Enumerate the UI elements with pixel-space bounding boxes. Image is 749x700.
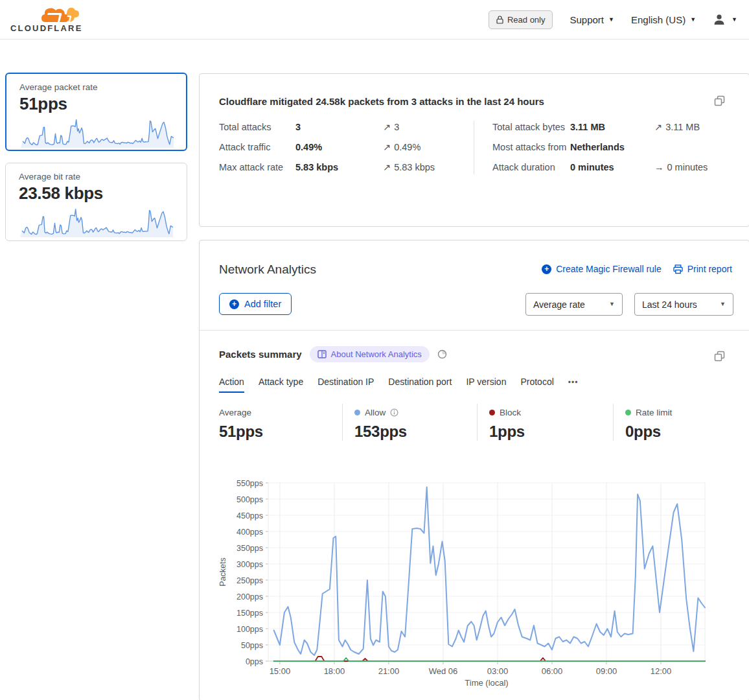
tab-ip-version[interactable]: IP version (466, 377, 506, 393)
caret-down-icon: ▼ (720, 301, 726, 307)
about-badge-label: About Network Analytics (331, 349, 422, 359)
language-label: English (US) (631, 14, 686, 25)
svg-text:06:00: 06:00 (542, 666, 563, 676)
svg-text:15:00: 15:00 (270, 666, 291, 676)
tab-action[interactable]: Action (219, 377, 244, 393)
svg-text:500pps: 500pps (236, 495, 263, 504)
summary-title: Cloudflare mitigated 24.58k packets from… (219, 96, 544, 107)
read-only-label: Read only (507, 15, 546, 25)
lock-icon (496, 16, 503, 24)
block-dot-icon (489, 410, 495, 415)
cloudflare-cloud-icon (40, 6, 80, 23)
svg-text:Wed 06: Wed 06 (429, 666, 458, 676)
more-tabs-button[interactable]: ••• (568, 377, 579, 393)
support-label: Support (570, 14, 604, 25)
metric-label: Average bit rate (19, 172, 174, 181)
tab-attack-type[interactable]: Attack type (259, 377, 303, 393)
stat-delta: ↗5.83 kbps (383, 161, 435, 174)
book-icon (317, 350, 327, 358)
stat-label: Allow (365, 408, 386, 417)
stat-value: 1pps (489, 423, 601, 441)
svg-text:200pps: 200pps (236, 592, 263, 601)
summary-row: Total attack bytes 3.11 MB ↗3.11 MB (492, 121, 746, 134)
stat-label: Attack duration (492, 161, 570, 174)
stat-value: 5.83 kbps (295, 161, 383, 174)
read-only-badge: Read only (489, 10, 553, 29)
stat-allow: Allow 153pps (342, 404, 477, 441)
caret-down-icon: ▼ (690, 17, 696, 23)
stat-label: Average (219, 408, 251, 417)
metric-select-value: Average rate (533, 299, 585, 310)
printer-icon (673, 264, 683, 274)
svg-text:350pps: 350pps (236, 544, 263, 553)
network-analytics-title: Network Analytics (219, 262, 316, 277)
svg-text:300pps: 300pps (236, 560, 263, 569)
allow-dot-icon (354, 410, 360, 415)
svg-text:100pps: 100pps (236, 625, 263, 634)
svg-text:0pps: 0pps (246, 657, 263, 666)
summary-row: Attack traffic 0.49% ↗0.49% (219, 141, 474, 154)
svg-text:400pps: 400pps (236, 528, 263, 537)
print-report-link[interactable]: Print report (673, 264, 732, 274)
stat-rate-limit: Rate limit 0pps (613, 404, 749, 441)
svg-text:03:00: 03:00 (487, 666, 509, 676)
metric-select[interactable]: Average rate ▼ (525, 293, 623, 316)
attack-summary-card: Cloudflare mitigated 24.58k packets from… (199, 73, 749, 227)
about-network-analytics-badge[interactable]: About Network Analytics (310, 346, 430, 362)
svg-text:550pps: 550pps (236, 479, 263, 488)
tab-protocol[interactable]: Protocol (520, 377, 553, 393)
trend-arrow-icon: ↗ (383, 162, 391, 172)
language-menu[interactable]: English (US) ▼ (631, 14, 696, 25)
user-icon (713, 13, 726, 26)
time-range-value: Last 24 hours (642, 299, 697, 310)
stat-average: Average 51pps (200, 404, 342, 441)
time-range-select[interactable]: Last 24 hours ▼ (634, 293, 733, 316)
stat-value: 0pps (625, 423, 744, 441)
add-filter-button[interactable]: + Add filter (219, 293, 292, 315)
svg-text:Packets: Packets (218, 557, 227, 586)
tab-destination-port[interactable]: Destination port (388, 377, 452, 393)
add-filter-label: Add filter (244, 299, 281, 309)
create-magic-firewall-rule-link[interactable]: + Create Magic Firewall rule (542, 264, 662, 274)
packets-time-series-chart[interactable]: 0pps50pps100pps150pps200pps250pps300pps3… (216, 478, 728, 694)
packet-rate-sparkline (21, 117, 174, 149)
stat-label: Most attacks from (492, 141, 570, 154)
clock-icon[interactable] (437, 349, 447, 359)
svg-text:Time (local): Time (local) (465, 678, 508, 688)
account-menu[interactable]: ▼ (713, 13, 737, 26)
svg-text:450pps: 450pps (236, 511, 263, 520)
rate-limit-dot-icon (625, 410, 631, 415)
trend-arrow-icon: ↗ (383, 122, 391, 132)
tab-destination-ip[interactable]: Destination IP (317, 377, 374, 393)
stat-value: 3 (295, 121, 383, 134)
print-report-label: Print report (687, 264, 732, 274)
stat-label: Max attack rate (219, 161, 295, 174)
stat-label: Block (500, 408, 521, 417)
plus-circle-icon: + (229, 299, 239, 309)
stat-value: 153pps (354, 423, 465, 441)
svg-text:21:00: 21:00 (378, 666, 400, 676)
trend-arrow-icon: ↗ (654, 122, 662, 132)
stat-value: 0.49% (295, 141, 383, 154)
summary-row: Max attack rate 5.83 kbps ↗5.83 kbps (219, 161, 474, 174)
svg-text:09:00: 09:00 (596, 666, 617, 676)
support-menu[interactable]: Support ▼ (570, 14, 614, 25)
stat-value: 0 minutes (570, 161, 654, 174)
copy-icon[interactable] (714, 351, 726, 362)
stat-value: 3.11 MB (570, 121, 654, 134)
stat-value: 51pps (219, 423, 330, 441)
metric-card-bit-rate[interactable]: Average bit rate 23.58 kbps (5, 163, 187, 241)
copy-icon[interactable] (714, 95, 726, 107)
cloudflare-logo[interactable]: CLOUDFLARE (10, 6, 83, 33)
stat-delta: ↗0.49% (383, 141, 421, 154)
stat-label: Rate limit (636, 408, 672, 417)
info-icon[interactable] (390, 408, 398, 417)
caret-down-icon: ▼ (732, 17, 737, 23)
summary-row: Most attacks from Netherlands (492, 141, 746, 154)
metric-card-packet-rate[interactable]: Average packet rate 51pps (5, 73, 187, 151)
dimension-tabs: Action Attack type Destination IP Destin… (219, 377, 578, 393)
top-header: CLOUDFLARE Read only Support ▼ English (… (0, 0, 749, 40)
network-analytics-card: Network Analytics + Create Magic Firewal… (199, 240, 749, 700)
stat-label: Attack traffic (219, 141, 295, 154)
metric-value: 51pps (19, 94, 173, 114)
